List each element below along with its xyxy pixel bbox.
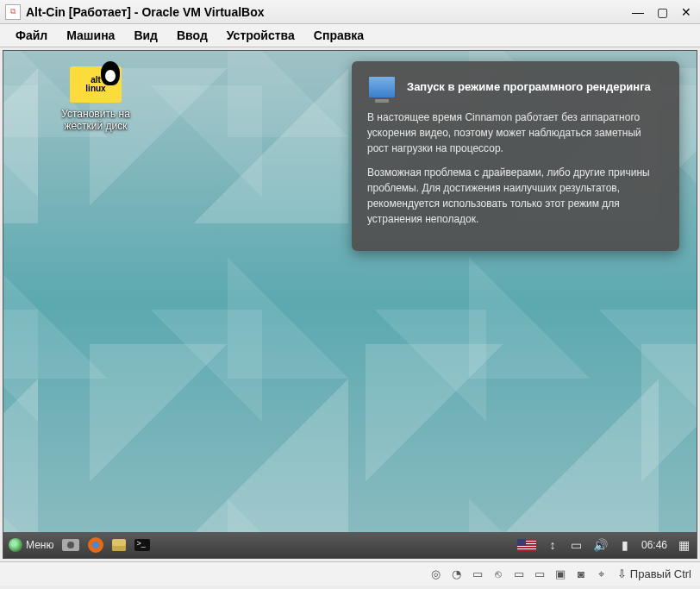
desktop-icon-label: Установить на жёсткий диск — [48, 108, 143, 132]
guest-taskbar: Меню ↕ ▭ 🔊 ▮ 06:46 ▦ — [3, 532, 697, 558]
notification-title: Запуск в режиме программного рендеринга — [407, 78, 651, 96]
virtualbox-app-icon: ⧉ — [5, 4, 21, 20]
camera-icon — [62, 539, 79, 551]
video-capture-icon[interactable]: ▣ — [553, 567, 567, 581]
screenshot-launcher[interactable] — [62, 539, 79, 551]
firefox-icon — [88, 537, 103, 553]
host-key-indicator[interactable]: ⇩ Правый Ctrl — [617, 567, 691, 580]
minimize-button[interactable]: — — [629, 4, 647, 20]
folder-icon — [112, 539, 126, 551]
recording-icon[interactable]: ◙ — [574, 567, 588, 581]
sound-applet[interactable]: 🔊 — [593, 537, 609, 553]
usb-icon[interactable]: ⎋ — [491, 567, 505, 581]
desktop-icon-install[interactable]: alt linux Установить на жёсткий диск — [48, 66, 143, 132]
menu-label: Меню — [26, 539, 53, 551]
taskbar-left: Меню — [9, 537, 150, 553]
mouse-integration-icon[interactable]: ⌖ — [595, 567, 609, 581]
menu-machine[interactable]: Машина — [58, 26, 123, 45]
flag-us-icon — [517, 539, 536, 551]
menu-view[interactable]: Вид — [125, 26, 166, 45]
show-desktop-icon[interactable]: ▦ — [676, 537, 691, 553]
notification-popup[interactable]: Запуск в режиме программного рендеринга … — [352, 61, 679, 251]
virtualbox-titlebar: ⧉ Alt-Cin [Работает] - Oracle VM Virtual… — [0, 0, 700, 24]
firefox-launcher[interactable] — [88, 537, 103, 553]
network-applet[interactable]: ↕ — [545, 537, 560, 553]
battery-applet[interactable]: ▮ — [617, 537, 633, 553]
logo-text-2: linux — [85, 85, 105, 93]
terminal-icon — [134, 539, 150, 551]
optical-drive-icon[interactable]: ◎ — [429, 567, 443, 581]
menu-launcher-icon — [9, 538, 22, 552]
hard-disk-icon[interactable]: ◔ — [450, 567, 464, 581]
menu-help[interactable]: Справка — [305, 26, 372, 45]
display-icon[interactable]: ▭ — [533, 567, 547, 581]
window-title: Alt-Cin [Работает] - Oracle VM VirtualBo… — [26, 5, 624, 19]
window-controls: — ▢ ✕ — [629, 4, 695, 20]
alt-linux-logo-icon: alt linux — [70, 66, 122, 103]
notification-body-1: В настоящее время Cinnamon работает без … — [367, 110, 664, 156]
network-adapter-icon[interactable]: ▭ — [471, 567, 484, 581]
disk-applet[interactable]: ▭ — [569, 537, 584, 553]
close-button[interactable]: ✕ — [678, 4, 695, 20]
notification-body-2: Возможная проблема с драйверами, либо др… — [367, 165, 664, 227]
virtualbox-statusbar: ◎ ◔ ▭ ⎋ ▭ ▭ ▣ ◙ ⌖ ⇩ Правый Ctrl — [0, 561, 700, 586]
hostkey-label: Правый Ctrl — [630, 567, 691, 580]
maximize-button[interactable]: ▢ — [653, 4, 671, 20]
menu-devices[interactable]: Устройства — [218, 26, 303, 45]
shared-folders-icon[interactable]: ▭ — [512, 567, 526, 581]
files-launcher[interactable] — [112, 539, 126, 551]
statusbar-indicators: ◎ ◔ ▭ ⎋ ▭ ▭ ▣ ◙ ⌖ — [429, 567, 609, 581]
penguin-icon — [101, 61, 120, 85]
taskbar-right: ↕ ▭ 🔊 ▮ 06:46 ▦ — [517, 537, 691, 553]
hostkey-arrow-icon: ⇩ — [617, 567, 627, 580]
guest-display[interactable]: alt linux Установить на жёсткий диск Зап… — [3, 50, 697, 559]
menu-button[interactable]: Меню — [9, 538, 53, 552]
clock[interactable]: 06:46 — [641, 539, 667, 551]
menu-input[interactable]: Ввод — [168, 26, 216, 45]
notification-header: Запуск в режиме программного рендеринга — [367, 75, 664, 99]
monitor-icon — [367, 75, 397, 99]
virtualbox-menubar: Файл Машина Вид Ввод Устройства Справка — [0, 24, 700, 47]
keyboard-layout-indicator[interactable] — [517, 539, 536, 551]
terminal-launcher[interactable] — [134, 539, 150, 551]
menu-file[interactable]: Файл — [7, 26, 56, 45]
